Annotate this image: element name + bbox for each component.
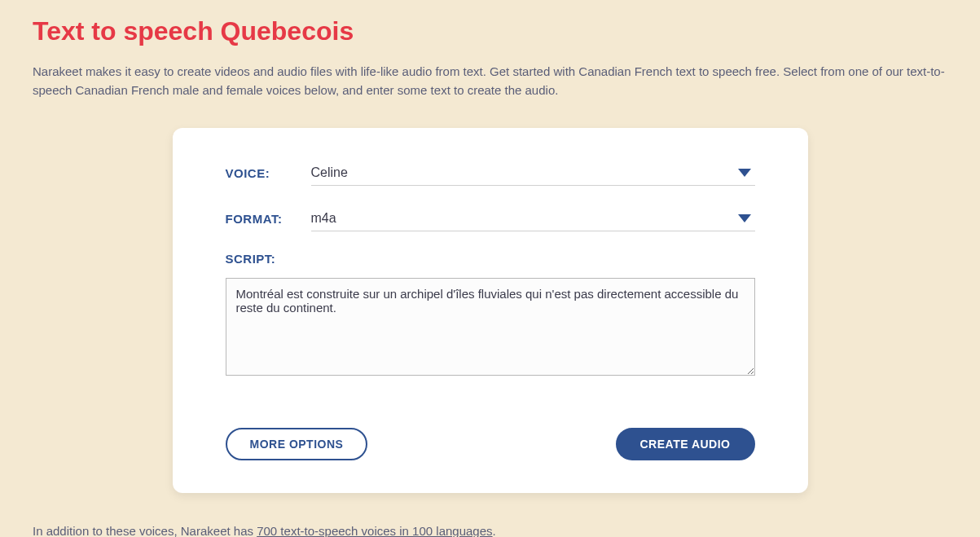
voice-value: Celine	[311, 165, 348, 179]
format-value: m4a	[311, 211, 336, 225]
chevron-down-icon	[738, 214, 751, 222]
page-description: Narakeet makes it easy to create videos …	[33, 63, 947, 99]
format-select[interactable]: m4a	[311, 206, 755, 231]
chevron-down-icon	[738, 169, 751, 177]
button-row: MORE OPTIONS CREATE AUDIO	[226, 428, 755, 460]
script-textarea[interactable]	[226, 278, 755, 376]
footer-line-1: In addition to these voices, Narakeet ha…	[33, 522, 947, 537]
voice-label: VOICE:	[226, 166, 311, 180]
more-options-button[interactable]: MORE OPTIONS	[226, 428, 368, 460]
script-textarea-wrapper	[226, 278, 755, 379]
script-label: SCRIPT:	[226, 252, 311, 266]
voice-row: VOICE: Celine	[226, 161, 755, 186]
page-title: Text to speech Quebecois	[33, 16, 947, 46]
tts-form-card: VOICE: Celine FORMAT: m4a SCRIPT: MORE O…	[173, 128, 808, 493]
footer-text-pre: In addition to these voices, Narakeet ha…	[33, 524, 257, 537]
script-label-row: SCRIPT:	[226, 252, 755, 266]
create-audio-button[interactable]: CREATE AUDIO	[616, 428, 755, 460]
voice-select[interactable]: Celine	[311, 161, 755, 186]
format-row: FORMAT: m4a	[226, 206, 755, 231]
format-label: FORMAT:	[226, 212, 311, 226]
footer-text-post: .	[493, 524, 496, 537]
voices-link[interactable]: 700 text-to-speech voices in 100 languag…	[257, 524, 492, 537]
